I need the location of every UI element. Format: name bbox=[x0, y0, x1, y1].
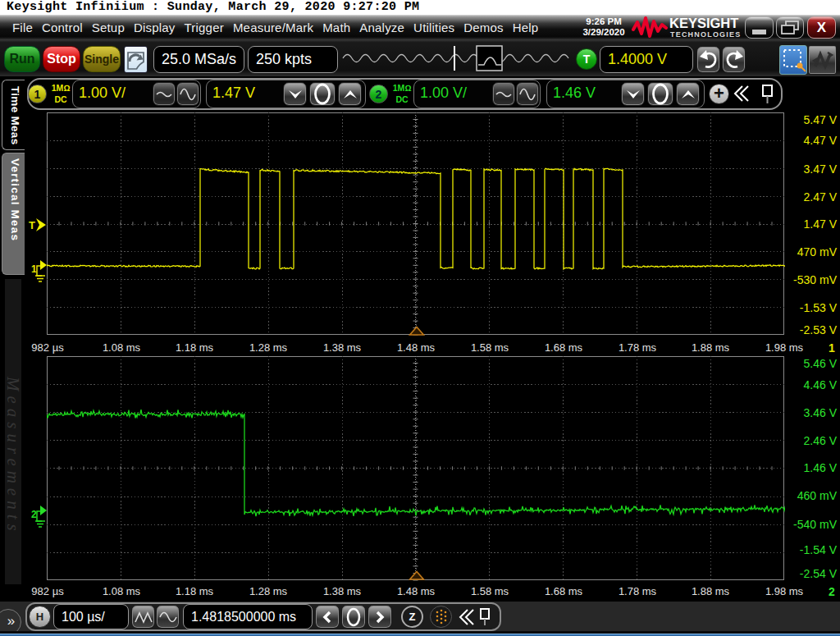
svg-text:T: T bbox=[29, 219, 35, 231]
svg-text:1: 1 bbox=[31, 263, 37, 275]
svg-text:2: 2 bbox=[31, 509, 37, 520]
